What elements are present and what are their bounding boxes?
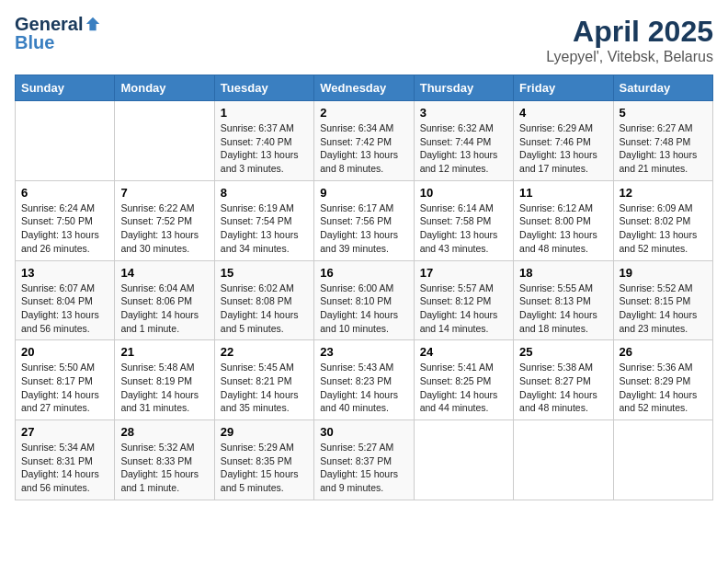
day-number: 22: [221, 345, 308, 359]
day-info: Sunrise: 6:37 AM Sunset: 7:40 PM Dayligh…: [221, 121, 308, 176]
location-title: Lyepyel', Vitebsk, Belarus: [546, 49, 713, 65]
calendar-cell: [414, 420, 513, 500]
day-info: Sunrise: 6:04 AM Sunset: 8:06 PM Dayligh…: [120, 282, 208, 336]
calendar-cell: 22Sunrise: 5:45 AM Sunset: 8:21 PM Dayli…: [214, 340, 313, 420]
day-number: 11: [519, 186, 607, 200]
day-info: Sunrise: 6:29 AM Sunset: 7:46 PM Dayligh…: [519, 121, 607, 176]
weekday-header: Sunday: [16, 75, 115, 101]
weekday-header: Saturday: [613, 75, 712, 101]
logo-general-text: General: [15, 15, 83, 33]
weekday-header: Thursday: [414, 75, 513, 101]
calendar-cell: 7Sunrise: 6:22 AM Sunset: 7:52 PM Daylig…: [115, 180, 214, 260]
day-number: 9: [320, 186, 407, 200]
calendar-cell: 2Sunrise: 6:34 AM Sunset: 7:42 PM Daylig…: [314, 101, 414, 181]
day-info: Sunrise: 6:07 AM Sunset: 8:04 PM Dayligh…: [21, 282, 108, 336]
calendar-cell: 13Sunrise: 6:07 AM Sunset: 8:04 PM Dayli…: [16, 260, 115, 340]
day-number: 27: [21, 425, 108, 439]
weekday-header: Friday: [514, 75, 613, 101]
calendar-cell: 8Sunrise: 6:19 AM Sunset: 7:54 PM Daylig…: [214, 180, 313, 260]
calendar-cell: 21Sunrise: 5:48 AM Sunset: 8:19 PM Dayli…: [115, 340, 214, 420]
day-info: Sunrise: 6:24 AM Sunset: 7:50 PM Dayligh…: [21, 201, 108, 256]
calendar-cell: 6Sunrise: 6:24 AM Sunset: 7:50 PM Daylig…: [16, 180, 115, 260]
day-number: 20: [21, 345, 108, 359]
calendar-week-row: 13Sunrise: 6:07 AM Sunset: 8:04 PM Dayli…: [16, 260, 713, 340]
day-number: 18: [519, 266, 607, 280]
calendar-cell: 5Sunrise: 6:27 AM Sunset: 7:48 PM Daylig…: [613, 101, 712, 181]
day-info: Sunrise: 5:27 AM Sunset: 8:37 PM Dayligh…: [320, 441, 407, 495]
header: General Blue April 2025 Lyepyel', Vitebs…: [15, 15, 713, 65]
day-number: 30: [320, 425, 407, 439]
logo-icon: [85, 16, 101, 32]
day-number: 6: [21, 186, 108, 200]
day-number: 17: [420, 266, 507, 280]
calendar-cell: [514, 420, 613, 500]
day-info: Sunrise: 5:43 AM Sunset: 8:23 PM Dayligh…: [320, 361, 407, 415]
month-title: April 2025: [546, 15, 713, 49]
calendar-week-row: 27Sunrise: 5:34 AM Sunset: 8:31 PM Dayli…: [16, 420, 713, 500]
calendar-cell: [16, 101, 115, 181]
calendar-cell: 17Sunrise: 5:57 AM Sunset: 8:12 PM Dayli…: [414, 260, 513, 340]
day-number: 19: [620, 266, 707, 280]
day-number: 3: [420, 106, 507, 120]
weekday-header: Monday: [115, 75, 214, 101]
calendar-week-row: 20Sunrise: 5:50 AM Sunset: 8:17 PM Dayli…: [16, 340, 713, 420]
day-number: 10: [420, 186, 507, 200]
day-number: 4: [519, 106, 607, 120]
day-number: 28: [120, 425, 208, 439]
day-info: Sunrise: 5:45 AM Sunset: 8:21 PM Dayligh…: [221, 361, 308, 415]
day-info: Sunrise: 6:19 AM Sunset: 7:54 PM Dayligh…: [221, 201, 308, 256]
day-info: Sunrise: 5:34 AM Sunset: 8:31 PM Dayligh…: [21, 441, 108, 495]
day-info: Sunrise: 6:00 AM Sunset: 8:10 PM Dayligh…: [320, 282, 407, 336]
day-info: Sunrise: 5:57 AM Sunset: 8:12 PM Dayligh…: [420, 282, 507, 336]
day-number: 5: [620, 106, 707, 120]
day-info: Sunrise: 5:41 AM Sunset: 8:25 PM Dayligh…: [420, 361, 507, 415]
day-number: 21: [120, 345, 208, 359]
calendar-cell: 23Sunrise: 5:43 AM Sunset: 8:23 PM Dayli…: [314, 340, 414, 420]
day-number: 15: [221, 266, 308, 280]
weekday-header: Tuesday: [214, 75, 313, 101]
day-number: 13: [21, 266, 108, 280]
calendar-cell: 10Sunrise: 6:14 AM Sunset: 7:58 PM Dayli…: [414, 180, 513, 260]
logo-blue-text: Blue: [15, 33, 54, 52]
day-info: Sunrise: 5:55 AM Sunset: 8:13 PM Dayligh…: [519, 282, 607, 336]
calendar-cell: 30Sunrise: 5:27 AM Sunset: 8:37 PM Dayli…: [314, 420, 414, 500]
day-info: Sunrise: 6:12 AM Sunset: 8:00 PM Dayligh…: [519, 201, 607, 256]
day-number: 29: [221, 425, 308, 439]
day-info: Sunrise: 5:36 AM Sunset: 8:29 PM Dayligh…: [620, 361, 707, 415]
day-info: Sunrise: 6:14 AM Sunset: 7:58 PM Dayligh…: [420, 201, 507, 256]
day-number: 23: [320, 345, 407, 359]
day-info: Sunrise: 5:32 AM Sunset: 8:33 PM Dayligh…: [120, 441, 208, 495]
calendar-cell: 25Sunrise: 5:38 AM Sunset: 8:27 PM Dayli…: [514, 340, 613, 420]
calendar-cell: 29Sunrise: 5:29 AM Sunset: 8:35 PM Dayli…: [214, 420, 313, 500]
calendar-cell: 24Sunrise: 5:41 AM Sunset: 8:25 PM Dayli…: [414, 340, 513, 420]
day-number: 1: [221, 106, 308, 120]
day-info: Sunrise: 5:29 AM Sunset: 8:35 PM Dayligh…: [221, 441, 308, 495]
calendar-cell: [115, 101, 214, 181]
day-info: Sunrise: 5:38 AM Sunset: 8:27 PM Dayligh…: [519, 361, 607, 415]
day-info: Sunrise: 6:34 AM Sunset: 7:42 PM Dayligh…: [320, 121, 407, 176]
calendar-cell: 26Sunrise: 5:36 AM Sunset: 8:29 PM Dayli…: [613, 340, 712, 420]
calendar-cell: 20Sunrise: 5:50 AM Sunset: 8:17 PM Dayli…: [16, 340, 115, 420]
calendar-table: SundayMondayTuesdayWednesdayThursdayFrid…: [15, 75, 713, 500]
day-number: 12: [620, 186, 707, 200]
calendar-cell: 27Sunrise: 5:34 AM Sunset: 8:31 PM Dayli…: [16, 420, 115, 500]
calendar-cell: 4Sunrise: 6:29 AM Sunset: 7:46 PM Daylig…: [514, 101, 613, 181]
day-info: Sunrise: 6:17 AM Sunset: 7:56 PM Dayligh…: [320, 201, 407, 256]
calendar-cell: 3Sunrise: 6:32 AM Sunset: 7:44 PM Daylig…: [414, 101, 513, 181]
day-number: 24: [420, 345, 507, 359]
calendar-cell: 1Sunrise: 6:37 AM Sunset: 7:40 PM Daylig…: [214, 101, 313, 181]
calendar-cell: 16Sunrise: 6:00 AM Sunset: 8:10 PM Dayli…: [314, 260, 414, 340]
day-number: 25: [519, 345, 607, 359]
calendar-cell: 9Sunrise: 6:17 AM Sunset: 7:56 PM Daylig…: [314, 180, 414, 260]
day-number: 2: [320, 106, 407, 120]
day-info: Sunrise: 5:50 AM Sunset: 8:17 PM Dayligh…: [21, 361, 108, 415]
day-number: 26: [620, 345, 707, 359]
day-info: Sunrise: 6:02 AM Sunset: 8:08 PM Dayligh…: [221, 282, 308, 336]
calendar-cell: 11Sunrise: 6:12 AM Sunset: 8:00 PM Dayli…: [514, 180, 613, 260]
logo: General Blue: [15, 15, 101, 52]
calendar-cell: 19Sunrise: 5:52 AM Sunset: 8:15 PM Dayli…: [613, 260, 712, 340]
day-info: Sunrise: 5:52 AM Sunset: 8:15 PM Dayligh…: [620, 282, 707, 336]
day-number: 14: [120, 266, 208, 280]
weekday-header: Wednesday: [314, 75, 414, 101]
day-info: Sunrise: 6:09 AM Sunset: 8:02 PM Dayligh…: [620, 201, 707, 256]
